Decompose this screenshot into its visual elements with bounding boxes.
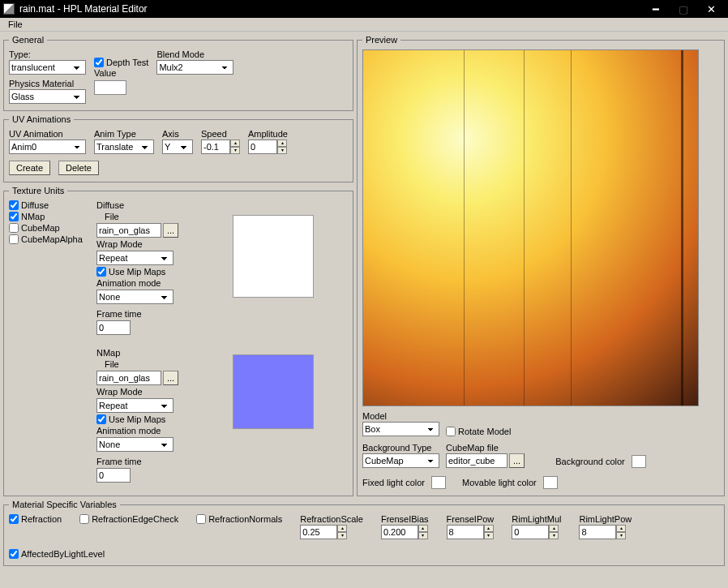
close-button[interactable]: ✕ bbox=[697, 0, 725, 18]
texunits-group: Texture Units Diffuse NMap CubeMap CubeM… bbox=[3, 186, 353, 496]
create-button[interactable]: Create bbox=[9, 161, 50, 175]
animtype-select[interactable]: Translate bbox=[94, 139, 154, 154]
title-text: rain.mat - HPL Material Editor bbox=[19, 3, 148, 15]
cubefile-input[interactable] bbox=[446, 453, 507, 468]
affectedbylight-checkbox[interactable] bbox=[9, 549, 19, 559]
spin-up-icon[interactable]: ▴ bbox=[616, 525, 626, 532]
spin-down-icon[interactable]: ▾ bbox=[616, 532, 626, 539]
menu-file[interactable]: File bbox=[3, 18, 28, 31]
general-legend: General bbox=[9, 35, 47, 45]
preview-group: Preview Model Box Rotate Model bbox=[357, 35, 725, 496]
movablelight-swatch[interactable] bbox=[543, 476, 558, 489]
spin-down-icon[interactable]: ▾ bbox=[418, 532, 428, 539]
rotate-model-checkbox[interactable] bbox=[446, 427, 456, 436]
amplitude-stepper[interactable]: ▴▾ bbox=[248, 139, 288, 154]
diffuse-animmode-select[interactable]: None bbox=[96, 290, 173, 304]
nmap-mip-label: Use Mip Maps bbox=[109, 414, 165, 424]
diffuse-title: Diffuse bbox=[96, 200, 226, 210]
nmap-wrap-select[interactable]: Repeat bbox=[96, 398, 173, 413]
rimmul-stepper[interactable]: ▴▾ bbox=[512, 525, 561, 539]
frenselbias-stepper[interactable]: ▴▾ bbox=[381, 525, 429, 539]
nmap-frametime-input[interactable] bbox=[96, 468, 131, 483]
minimize-button[interactable]: ━ bbox=[642, 0, 670, 18]
preview-legend: Preview bbox=[362, 35, 400, 45]
bgtype-select[interactable]: CubeMap bbox=[362, 453, 439, 468]
uvanim-legend: UV Animations bbox=[9, 114, 74, 124]
bgtype-label: Background Type bbox=[362, 443, 439, 453]
type-select[interactable]: translucent bbox=[9, 60, 86, 75]
nmap-wrap-label: Wrap Mode bbox=[96, 387, 226, 397]
diffuse-wrap-select[interactable]: Repeat bbox=[96, 251, 173, 265]
spin-up-icon[interactable]: ▴ bbox=[277, 139, 287, 147]
menu-bar: File bbox=[0, 18, 728, 32]
refraction-checkbox[interactable] bbox=[9, 514, 19, 524]
diffuse-thumbnail bbox=[233, 215, 314, 298]
edgecheck-checkbox[interactable] bbox=[79, 514, 89, 524]
model-select[interactable]: Box bbox=[362, 422, 439, 436]
nmap-browse-button[interactable]: ... bbox=[163, 371, 178, 385]
physmat-select[interactable]: Glass bbox=[9, 89, 86, 104]
app-icon bbox=[3, 3, 15, 15]
preview-viewport[interactable] bbox=[362, 49, 699, 406]
depth-test-checkbox[interactable] bbox=[94, 58, 104, 67]
speed-input[interactable] bbox=[201, 139, 230, 154]
nmap-mipmaps-checkbox[interactable] bbox=[96, 414, 106, 424]
diffuse-mip-label: Use Mip Maps bbox=[109, 267, 165, 277]
diffuse-frametime-input[interactable] bbox=[96, 320, 131, 335]
delete-button[interactable]: Delete bbox=[58, 161, 99, 175]
fixedlight-swatch[interactable] bbox=[431, 476, 446, 489]
frenselbias-label: FrenseIBias bbox=[381, 514, 429, 524]
cubemap-checkbox[interactable] bbox=[9, 223, 19, 233]
spin-up-icon[interactable]: ▴ bbox=[418, 525, 428, 532]
spin-down-icon[interactable]: ▾ bbox=[337, 532, 347, 539]
spin-down-icon[interactable]: ▾ bbox=[277, 147, 287, 154]
nmap-file-input[interactable] bbox=[96, 371, 161, 385]
movablelight-label: Movable light color bbox=[462, 478, 537, 487]
rimpow-input[interactable] bbox=[579, 525, 616, 539]
depth-value-input[interactable] bbox=[94, 80, 126, 95]
rimpow-label: RimLightPow bbox=[579, 514, 632, 524]
spin-up-icon[interactable]: ▴ bbox=[484, 525, 494, 532]
diffuse-file-label: File bbox=[96, 212, 226, 221]
spin-down-icon[interactable]: ▾ bbox=[230, 147, 240, 154]
refscale-stepper[interactable]: ▴▾ bbox=[300, 525, 363, 539]
cubefile-browse-button[interactable]: ... bbox=[509, 453, 525, 468]
spin-up-icon[interactable]: ▴ bbox=[549, 525, 559, 532]
maximize-button[interactable]: ▢ bbox=[670, 0, 697, 18]
normals-checkbox[interactable] bbox=[196, 514, 206, 524]
bgcolor-swatch[interactable] bbox=[632, 455, 646, 468]
refscale-input[interactable] bbox=[300, 525, 337, 539]
blend-select[interactable]: Mulx2 bbox=[156, 60, 233, 75]
amplitude-input[interactable] bbox=[248, 139, 277, 154]
frenselbias-input[interactable] bbox=[381, 525, 418, 539]
diffuse-file-input[interactable] bbox=[96, 223, 161, 238]
rimmul-input[interactable] bbox=[512, 525, 549, 539]
diffuse-mipmaps-checkbox[interactable] bbox=[96, 267, 106, 277]
rimpow-stepper[interactable]: ▴▾ bbox=[579, 525, 632, 539]
cubemapalpha-check-label: CubeMapAlpha bbox=[21, 234, 83, 244]
frenselpow-input[interactable] bbox=[447, 525, 484, 539]
edgecheck-label: RefractionEdgeCheck bbox=[92, 514, 178, 524]
diffuse-frametime-label: Frame time bbox=[96, 309, 226, 319]
matvars-group: Material Specific Variables Refraction R… bbox=[3, 500, 725, 566]
diffuse-checkbox[interactable] bbox=[9, 200, 19, 210]
matvars-legend: Material Specific Variables bbox=[9, 500, 120, 509]
diffuse-animmode-label: Animation mode bbox=[96, 278, 226, 288]
spin-up-icon[interactable]: ▴ bbox=[337, 525, 347, 532]
cubefile-label: CubeMap file bbox=[446, 443, 525, 453]
nmap-checkbox[interactable] bbox=[9, 212, 19, 221]
frenselpow-stepper[interactable]: ▴▾ bbox=[447, 525, 495, 539]
axis-select[interactable]: Y bbox=[162, 139, 193, 154]
spin-down-icon[interactable]: ▾ bbox=[484, 532, 494, 539]
frenselpow-label: FrenseIPow bbox=[447, 514, 495, 524]
spin-up-icon[interactable]: ▴ bbox=[230, 139, 240, 147]
uvanim-select[interactable]: Anim0 bbox=[9, 139, 86, 154]
animtype-label: Anim Type bbox=[94, 129, 154, 139]
speed-label: Speed bbox=[201, 129, 240, 139]
cubemapalpha-checkbox[interactable] bbox=[9, 234, 19, 244]
nmap-animmode-select[interactable]: None bbox=[96, 437, 173, 452]
spin-down-icon[interactable]: ▾ bbox=[549, 532, 559, 539]
diffuse-browse-button[interactable]: ... bbox=[163, 223, 178, 238]
bgcolor-label: Background color bbox=[555, 457, 625, 466]
speed-stepper[interactable]: ▴▾ bbox=[201, 139, 240, 154]
